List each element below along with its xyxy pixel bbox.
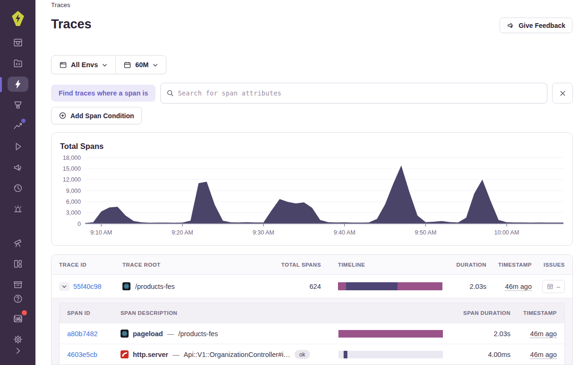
sidebar-item-history[interactable] xyxy=(8,181,28,196)
svg-text:10:00 AM: 10:00 AM xyxy=(494,229,519,236)
sidebar-item-help[interactable] xyxy=(8,291,28,306)
span-duration: 2.03s xyxy=(494,330,510,338)
span-search-row: Find traces where a span is xyxy=(51,83,573,104)
col-trace-root: Trace Root xyxy=(122,262,274,268)
give-feedback-button[interactable]: Give Feedback xyxy=(500,17,572,33)
sidebar-item-profiling[interactable] xyxy=(8,97,28,113)
svg-text:9,000: 9,000 xyxy=(66,188,81,194)
org-logo-icon xyxy=(10,10,26,26)
trace-issues-button[interactable]: – xyxy=(542,280,565,293)
span-timestamp[interactable]: 46m ago xyxy=(530,330,557,338)
chevron-right-icon xyxy=(14,347,22,355)
traces-table: Trace ID Trace Root Total Spans Timeline… xyxy=(51,254,573,365)
environment-filter[interactable]: All Envs xyxy=(52,56,115,74)
spans-table-header: Span ID Span Description Span Duration T… xyxy=(60,303,564,323)
chevron-down-icon xyxy=(152,62,158,68)
play-icon xyxy=(13,141,23,152)
issues-icon xyxy=(547,283,553,290)
sidebar-item-traces[interactable] xyxy=(8,77,28,92)
total-spans-area-chart: 03,0006,0009,00012,00015,00018,0009:10 A… xyxy=(60,153,565,238)
collapse-trace-button[interactable] xyxy=(59,282,69,291)
date-range-filter[interactable]: 60M xyxy=(116,56,166,74)
span-search-box[interactable] xyxy=(160,83,547,104)
expanded-trace-section: Span ID Span Description Span Duration T… xyxy=(52,298,572,365)
trace-root-label: /products-fes xyxy=(135,283,175,290)
environment-filter-label: All Envs xyxy=(71,61,98,69)
total-spans-panel: Total Spans 03,0006,0009,00012,00015,000… xyxy=(51,132,573,246)
react-icon xyxy=(122,282,130,290)
profiling-icon xyxy=(13,100,23,110)
svg-text:9:50 AM: 9:50 AM xyxy=(415,229,436,236)
trace-issues-count: – xyxy=(556,283,560,290)
col-issues: Issues xyxy=(544,262,565,268)
calendar-icon xyxy=(123,61,131,69)
span-description: /products-fes xyxy=(178,330,218,338)
separator: — xyxy=(167,330,174,338)
sidebar-item-feedback[interactable] xyxy=(8,160,28,175)
sidebar-item-releases[interactable] xyxy=(8,277,28,292)
sidebar-item-explore[interactable] xyxy=(8,56,28,71)
sidebar-item-dashboards[interactable] xyxy=(8,256,28,271)
span-duration-bar xyxy=(338,351,443,358)
span-status-badge: ok xyxy=(294,350,310,359)
sidebar-item-discover[interactable] xyxy=(8,235,28,251)
page-filter-bar: All Envs 60M xyxy=(51,55,166,74)
clock-history-icon xyxy=(13,183,23,193)
sidebar-item-broadcasts[interactable] xyxy=(8,311,28,326)
megaphone-icon xyxy=(507,21,515,29)
help-icon xyxy=(13,294,23,304)
timeline-segment xyxy=(346,282,398,290)
breadcrumb[interactable]: Traces xyxy=(51,1,70,9)
sidebar-collapse-toggle[interactable] xyxy=(8,343,28,358)
code-folder-icon xyxy=(13,58,23,69)
traces-table-header: Trace ID Trace Root Total Spans Timeline… xyxy=(52,255,572,275)
insights-notification-dot xyxy=(21,119,26,123)
col-span-description: Span Description xyxy=(121,310,338,316)
plus-circle-icon xyxy=(59,112,67,120)
issues-icon xyxy=(13,37,23,48)
span-search-input[interactable] xyxy=(178,89,541,97)
sidebar-item-alerts[interactable] xyxy=(8,201,28,217)
trace-id-link[interactable]: 55f40c98 xyxy=(73,283,102,290)
chevron-down-icon xyxy=(61,284,67,289)
svg-text:18,000: 18,000 xyxy=(63,155,81,161)
archive-box-icon xyxy=(13,279,23,290)
sidebar-item-replays[interactable] xyxy=(8,139,28,154)
col-span-id: Span ID xyxy=(67,310,121,316)
col-duration: Duration xyxy=(457,262,486,268)
timeline-segment xyxy=(398,282,442,290)
add-span-condition-button[interactable]: Add Span Condition xyxy=(51,107,142,124)
span-id-link[interactable]: a80b7482 xyxy=(67,330,98,338)
chart-title: Total Spans xyxy=(60,142,104,151)
org-logo[interactable] xyxy=(0,0,35,35)
timeline-segment xyxy=(338,282,346,290)
sidebar-item-insights[interactable] xyxy=(8,118,28,133)
clear-search-button[interactable] xyxy=(552,83,573,104)
svg-text:9:40 AM: 9:40 AM xyxy=(334,229,355,236)
lightning-icon xyxy=(13,79,23,89)
trace-timestamp[interactable]: 46m ago xyxy=(505,283,532,290)
trace-duration: 2.03s xyxy=(470,283,486,290)
svg-text:15,000: 15,000 xyxy=(63,165,81,172)
svg-text:9:20 AM: 9:20 AM xyxy=(172,229,193,236)
sidebar xyxy=(0,0,35,365)
span-timestamp[interactable]: 46m ago xyxy=(530,351,557,358)
span-id-link[interactable]: 4603e5cb xyxy=(67,351,97,358)
span-row: a80b7482 pageload — xyxy=(60,323,564,344)
add-span-condition-label: Add Span Condition xyxy=(70,112,134,120)
sidebar-item-issues[interactable] xyxy=(8,35,28,50)
duration-bar-fill xyxy=(344,351,347,358)
chevron-down-icon xyxy=(102,62,108,68)
active-item-accent xyxy=(0,77,2,92)
svg-text:9:10 AM: 9:10 AM xyxy=(90,229,112,236)
telescope-icon xyxy=(13,238,23,248)
col-span-duration: Span Duration xyxy=(463,310,510,316)
col-span-timestamp: Timestamp xyxy=(523,310,557,316)
trace-row: 55f40c98 /products-fes 624 2.03s 46m a xyxy=(52,275,572,298)
span-row: 4603e5cb http.server — Api::V1::Organiza… xyxy=(60,344,564,365)
close-icon xyxy=(559,90,566,97)
spans-table: Span ID Span Description Span Duration T… xyxy=(59,303,565,365)
search-icon xyxy=(166,89,174,97)
separator: — xyxy=(173,351,180,358)
span-op: pageload xyxy=(133,330,163,338)
